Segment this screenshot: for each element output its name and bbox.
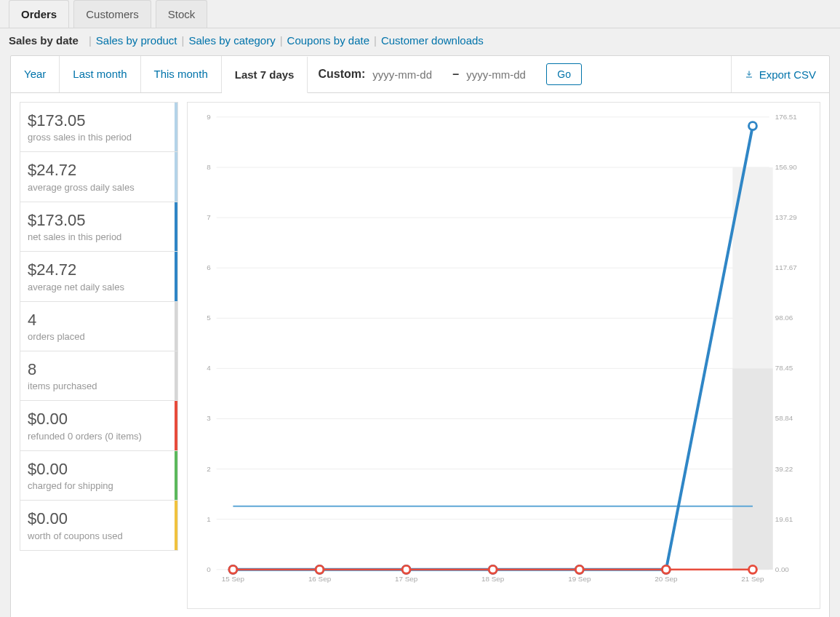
- svg-point-47: [316, 565, 324, 573]
- subnav-sales-by-product[interactable]: Sales by product: [96, 34, 177, 47]
- svg-point-52: [749, 565, 757, 573]
- stat-value: $173.05: [28, 111, 170, 130]
- stat-value: 4: [28, 311, 170, 330]
- svg-text:5: 5: [207, 314, 211, 322]
- svg-point-51: [662, 565, 670, 573]
- svg-text:6: 6: [207, 263, 211, 271]
- svg-text:15 Sep: 15 Sep: [222, 575, 245, 583]
- stat-color-edge: [175, 302, 177, 351]
- svg-text:2: 2: [207, 465, 210, 473]
- stat-value: 8: [28, 360, 170, 379]
- stat-item[interactable]: $24.72 average gross daily sales: [20, 152, 178, 202]
- stat-color-edge: [175, 451, 177, 500]
- period-last-month[interactable]: Last month: [60, 56, 140, 92]
- subnav-customer-downloads[interactable]: Customer downloads: [381, 34, 484, 47]
- stat-value: $0.00: [28, 509, 170, 528]
- svg-text:0: 0: [207, 565, 211, 573]
- stat-item[interactable]: 4 orders placed: [20, 302, 178, 351]
- period-year[interactable]: Year: [11, 56, 60, 92]
- svg-text:16 Sep: 16 Sep: [308, 575, 332, 583]
- stat-color-edge: [175, 202, 177, 251]
- svg-point-45: [749, 122, 757, 130]
- stat-item[interactable]: $0.00 refunded 0 orders (0 items): [20, 401, 178, 450]
- stat-value: $0.00: [28, 460, 170, 479]
- svg-text:98.06: 98.06: [775, 314, 793, 322]
- stat-item[interactable]: 8 items purchased: [20, 351, 178, 401]
- stat-label: average net daily sales: [28, 282, 170, 292]
- svg-text:7: 7: [207, 213, 210, 221]
- stat-label: refunded 0 orders (0 items): [28, 431, 170, 442]
- stat-color-edge: [175, 501, 177, 549]
- svg-text:3: 3: [207, 414, 211, 422]
- custom-label: Custom:: [318, 68, 365, 81]
- subnav-coupons-by-date[interactable]: Coupons by date: [287, 34, 369, 47]
- stat-color-edge: [175, 152, 177, 201]
- svg-point-50: [575, 565, 583, 573]
- svg-text:1: 1: [207, 515, 210, 523]
- svg-rect-38: [732, 368, 772, 569]
- stat-item[interactable]: $173.05 gross sales in this period: [20, 102, 178, 152]
- stat-label: orders placed: [28, 331, 170, 342]
- subnav-sales-by-category[interactable]: Sales by category: [188, 34, 275, 47]
- svg-text:0.00: 0.00: [775, 565, 790, 573]
- custom-to-input[interactable]: [465, 68, 540, 81]
- svg-text:58.84: 58.84: [775, 414, 793, 422]
- report-subnav: Sales by date | Sales by product | Sales…: [0, 28, 840, 55]
- svg-point-48: [402, 565, 410, 573]
- svg-text:39.22: 39.22: [775, 465, 793, 473]
- svg-text:18 Sep: 18 Sep: [481, 575, 505, 583]
- download-icon: [745, 70, 753, 79]
- svg-text:78.45: 78.45: [775, 364, 793, 372]
- svg-text:19.61: 19.61: [775, 515, 793, 523]
- export-csv-button[interactable]: Export CSV: [731, 56, 829, 92]
- svg-text:8: 8: [207, 163, 211, 171]
- stat-item[interactable]: $24.72 average net daily sales: [20, 252, 178, 301]
- custom-range: Custom: – Go: [308, 56, 591, 92]
- stat-value: $24.72: [28, 161, 170, 180]
- report-panel: Year Last month This month Last 7 days C…: [10, 55, 830, 617]
- export-csv-label: Export CSV: [759, 68, 816, 81]
- svg-text:117.67: 117.67: [775, 263, 797, 271]
- svg-text:156.90: 156.90: [775, 163, 798, 171]
- svg-text:137.29: 137.29: [775, 213, 798, 221]
- svg-text:19 Sep: 19 Sep: [568, 575, 591, 583]
- stat-value: $173.05: [28, 211, 170, 230]
- stat-value: $0.00: [28, 410, 170, 429]
- tab-orders[interactable]: Orders: [9, 0, 69, 28]
- svg-text:9: 9: [207, 113, 211, 121]
- stat-label: average gross daily sales: [28, 182, 170, 193]
- svg-text:176.51: 176.51: [775, 113, 797, 121]
- tab-customers[interactable]: Customers: [73, 0, 151, 28]
- range-dash: –: [452, 68, 459, 81]
- stat-label: worth of coupons used: [28, 530, 170, 541]
- stat-item[interactable]: $0.00 worth of coupons used: [20, 501, 178, 550]
- sales-chart: 01234567890.0019.6139.2258.8478.4598.061…: [187, 102, 820, 609]
- period-tabs: Year Last month This month Last 7 days C…: [11, 56, 829, 93]
- custom-from-input[interactable]: [371, 68, 447, 81]
- svg-text:21 Sep: 21 Sep: [741, 575, 764, 583]
- stat-color-edge: [175, 252, 177, 300]
- stat-color-edge: [175, 401, 177, 450]
- stat-item[interactable]: $0.00 charged for shipping: [20, 451, 178, 501]
- svg-text:4: 4: [207, 364, 211, 372]
- stats-list: $173.05 gross sales in this period $24.7…: [20, 102, 178, 609]
- stat-label: gross sales in this period: [28, 132, 170, 143]
- svg-text:20 Sep: 20 Sep: [655, 575, 678, 583]
- subnav-current: Sales by date: [9, 34, 79, 47]
- stat-label: net sales in this period: [28, 231, 170, 242]
- chart-svg: 01234567890.0019.6139.2258.8478.4598.061…: [195, 110, 812, 598]
- stat-color-edge: [175, 103, 177, 151]
- stat-color-edge: [175, 351, 177, 400]
- svg-text:17 Sep: 17 Sep: [395, 575, 418, 583]
- svg-point-49: [489, 565, 497, 573]
- svg-point-46: [229, 565, 237, 573]
- go-button[interactable]: Go: [546, 63, 582, 85]
- period-this-month[interactable]: This month: [141, 56, 222, 92]
- stat-label: items purchased: [28, 381, 170, 391]
- tab-stock[interactable]: Stock: [156, 0, 208, 28]
- stat-item[interactable]: $173.05 net sales in this period: [20, 202, 178, 252]
- period-last-7-days[interactable]: Last 7 days: [222, 57, 308, 93]
- stat-value: $24.72: [28, 260, 170, 279]
- stat-label: charged for shipping: [28, 480, 170, 491]
